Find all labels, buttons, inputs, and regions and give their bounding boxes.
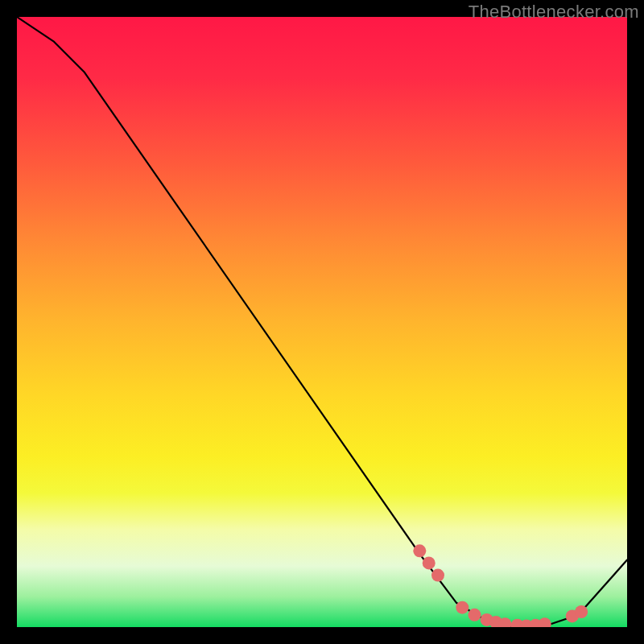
highlight-dot — [456, 601, 469, 614]
highlight-dot — [431, 569, 444, 582]
highlight-dot — [469, 609, 481, 621]
highlight-dot — [413, 544, 426, 557]
bottleneck-curve-layer — [17, 17, 627, 627]
highlight-dot — [423, 556, 436, 569]
bottleneck-curve — [17, 17, 627, 627]
highlight-dots — [413, 544, 588, 627]
highlight-dot — [575, 605, 588, 618]
highlight-dot — [539, 617, 551, 627]
watermark-text: TheBottlenecker.com — [469, 2, 639, 23]
